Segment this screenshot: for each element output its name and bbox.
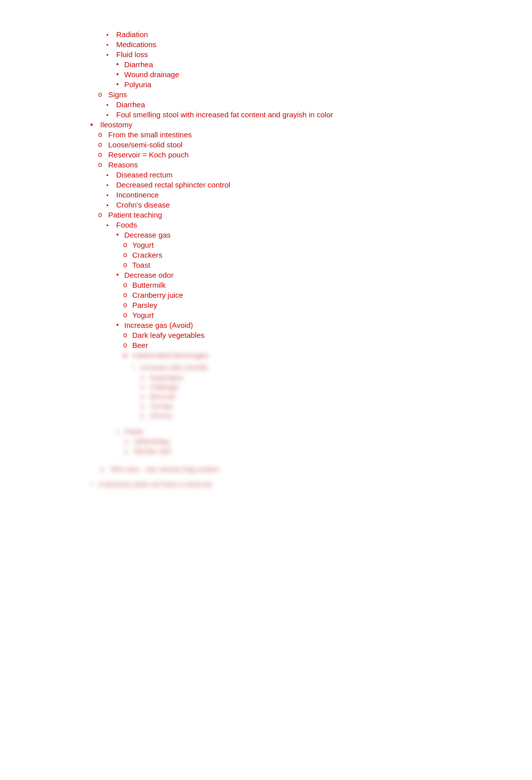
- crackers-item: Crackers: [90, 251, 512, 259]
- patient-teaching-item: Patient teaching: [90, 211, 512, 219]
- foul-stool-item: Foul smelling stool with increased fat c…: [90, 110, 512, 119]
- reasons-text: Reasons: [108, 160, 138, 169]
- beer-item: Beer: [90, 341, 512, 349]
- signs-item: Signs: [90, 90, 512, 99]
- crohns-item: Crohn's disease: [90, 201, 512, 209]
- crohns-text: Crohn's disease: [116, 201, 170, 209]
- blurred-block-3: o Skin care - use ostomy bag system: [90, 465, 512, 473]
- foods-text: Foods: [116, 221, 137, 229]
- decreased-rectal-item: Decreased rectal sphincter control: [90, 180, 512, 189]
- decrease-odor-item: Decrease odor: [90, 271, 512, 279]
- crackers-text: Crackers: [132, 251, 162, 259]
- beer-text: Beer: [132, 341, 148, 349]
- polyuria-text: Polyuria: [124, 80, 151, 89]
- wound-drainage-item: Wound drainage: [90, 70, 512, 79]
- incontinence-text: Incontinence: [116, 190, 159, 199]
- from-small-item: From the small intestines: [90, 130, 512, 139]
- fluid-loss-item: Fluid loss: [90, 50, 512, 59]
- cranberry-juice-text: Cranberry juice: [132, 291, 183, 299]
- medications-item: Medications: [90, 40, 512, 49]
- reservoir-item: Reservoir = Koch pouch: [90, 150, 512, 159]
- buttermilk-text: Buttermilk: [132, 281, 166, 289]
- diarrhea-2-text: Diarrhea: [116, 100, 145, 109]
- yogurt-2-text: Yogurt: [132, 311, 154, 319]
- toast-item: Toast: [90, 261, 512, 269]
- blurred-block-4: • Colostomy does not have a reservoir: [90, 480, 512, 488]
- decrease-gas-text: Decrease gas: [124, 231, 171, 239]
- foul-stool-text: Foul smelling stool with increased fat c…: [116, 110, 333, 119]
- blurred-block: • Increase odor (Avoid) o Asparagus o Ca…: [90, 363, 512, 420]
- increase-gas-item: Increase gas (Avoid): [90, 321, 512, 329]
- parsley-text: Parsley: [132, 301, 157, 309]
- radiation-text: Radiation: [116, 30, 148, 39]
- dark-leafy-text: Dark leafy vegetables: [132, 331, 204, 339]
- loose-stool-text: Loose/semi-solid stool: [108, 140, 182, 149]
- increase-gas-text: Increase gas (Avoid): [124, 321, 193, 329]
- reasons-item: Reasons: [90, 160, 512, 169]
- from-small-text: From the small intestines: [108, 130, 192, 139]
- reservoir-text: Reservoir = Koch pouch: [108, 150, 189, 159]
- document-content: Radiation Medications Fluid loss Diarrhe…: [90, 30, 512, 488]
- incontinence-item: Incontinence: [90, 190, 512, 199]
- medications-text: Medications: [116, 40, 156, 49]
- decreased-rectal-text: Decreased rectal sphincter control: [116, 180, 230, 189]
- yogurt-1-text: Yogurt: [132, 241, 154, 249]
- cranberry-juice-item: Cranberry juice: [90, 291, 512, 299]
- fluid-loss-text: Fluid loss: [116, 50, 148, 59]
- foods-item: Foods: [90, 221, 512, 229]
- radiation-item: Radiation: [90, 30, 512, 39]
- signs-text: Signs: [108, 90, 127, 99]
- decrease-gas-item: Decrease gas: [90, 231, 512, 239]
- wound-drainage-text: Wound drainage: [124, 70, 179, 79]
- diseased-rectum-item: Diseased rectum: [90, 170, 512, 179]
- patient-teaching-text: Patient teaching: [108, 211, 162, 219]
- ileostomy-text: Ileostomy: [100, 120, 132, 129]
- yogurt-1-item: Yogurt: [90, 241, 512, 249]
- yogurt-2-item: Yogurt: [90, 311, 512, 319]
- ileostomy-item: Ileostomy: [90, 120, 512, 129]
- blurred-block-2: ▪ Fluids o 3000ml/day o Monitor I&O: [90, 428, 512, 455]
- blurred-item-1: Carbonated beverages: [90, 351, 512, 359]
- diarrhea-2-item: Diarrhea: [90, 100, 512, 109]
- blurred-text-1: Carbonated beverages: [132, 351, 209, 359]
- diarrhea-1-item: Diarrhea: [90, 60, 512, 69]
- diarrhea-1-text: Diarrhea: [124, 60, 153, 69]
- dark-leafy-item: Dark leafy vegetables: [90, 331, 512, 339]
- parsley-item: Parsley: [90, 301, 512, 309]
- polyuria-item: Polyuria: [90, 80, 512, 89]
- loose-stool-item: Loose/semi-solid stool: [90, 140, 512, 149]
- toast-text: Toast: [132, 261, 150, 269]
- decrease-odor-text: Decrease odor: [124, 271, 173, 279]
- diseased-rectum-text: Diseased rectum: [116, 170, 173, 179]
- buttermilk-item: Buttermilk: [90, 281, 512, 289]
